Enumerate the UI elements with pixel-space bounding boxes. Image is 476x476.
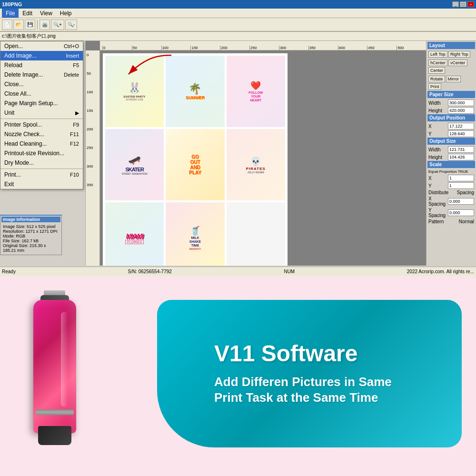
original-size-row: Original Size: 215.30 x 185.21 mm — [3, 243, 59, 253]
maximize-button[interactable]: □ — [460, 1, 466, 7]
image-info-panel: Image Information Image Size: 512 x 525 … — [0, 215, 62, 255]
image-info-content: Image Size: 512 x 525 pixel Resolution: … — [1, 223, 60, 254]
menu-nozzle-shortcut: F11 — [70, 131, 79, 137]
scale-x-label: X — [428, 176, 432, 181]
toolbar-new[interactable]: 📄 — [2, 20, 12, 30]
minimize-button[interactable]: _ — [452, 1, 459, 7]
close-button[interactable]: × — [467, 1, 474, 7]
file-size-row: File Size: 162.7 kB — [3, 238, 59, 243]
menu-head-cleaning[interactable]: Head Cleaning... F12 — [0, 139, 83, 149]
layout-right-top[interactable]: Right Top — [448, 51, 470, 58]
toolbar-open[interactable]: 📂 — [13, 20, 24, 30]
canvas-area: 0 50 100 150 200 250 300 350 400 450 500… — [86, 41, 426, 266]
menu-dry-mode[interactable]: Dry Mode... — [0, 158, 83, 168]
size-width-label: Width — [428, 147, 441, 152]
toolbar-save[interactable]: 💾 — [25, 20, 35, 30]
menu-printer-spool[interactable]: Printer Spool... F9 — [0, 120, 83, 129]
paper-height-row: Height — [427, 107, 475, 114]
equal-prop-label: Equal Proportion TRUE — [428, 169, 468, 174]
file-dropdown-menu: Open... Ctrl+O Add Image... Insert Reloa… — [0, 41, 83, 189]
menu-exit[interactable]: Exit — [0, 179, 83, 189]
layout-center[interactable]: Center — [428, 67, 445, 74]
status-bar-bottom: Ready S/N: 06256554-7792 NUM 2022 Acrori… — [0, 267, 476, 276]
output-size-title: Output Size — [427, 138, 475, 145]
canvas-image-miami[interactable]: MIAMI FLORIDA — [105, 202, 164, 266]
scale-x-row: X — [427, 174, 475, 182]
menu-view[interactable]: View — [36, 9, 56, 18]
spacing-label: Spacing — [457, 190, 474, 195]
canvas-image-skater[interactable]: 🛹 SKATER STREET GENERATION — [105, 129, 164, 200]
layout-mirror[interactable]: Mirror — [446, 76, 461, 82]
y-spacing-input[interactable] — [448, 209, 474, 216]
menu-help[interactable]: Help — [56, 9, 76, 18]
pattern-value: Normal — [459, 219, 474, 224]
menu-nozzle-check-label: Nozzle Check... — [4, 131, 44, 138]
output-x-input[interactable] — [448, 123, 474, 129]
menu-add-image[interactable]: Add Image... Insert — [0, 51, 83, 60]
menu-close-all-label: Close All... — [4, 90, 31, 97]
pattern-row: Pattern Normal — [427, 218, 475, 225]
canvas-image-milkshake[interactable]: 🥤 MILKSHAKETIME NOOO!!! — [166, 202, 224, 266]
layout-hcenter[interactable]: hCenter — [428, 60, 447, 66]
menu-unit-label: Unit — [4, 109, 14, 116]
canvas-image-easter[interactable]: 🐰 EASTER PARTYDJ MUSIC LIVE — [105, 56, 164, 127]
menu-unit[interactable]: Unit ▶ — [0, 108, 83, 118]
file-size-val: 162.7 kB — [22, 238, 39, 243]
menu-printout-revision[interactable]: Printout-size Revision... — [0, 149, 83, 158]
menu-edit[interactable]: Edit — [19, 9, 36, 18]
layout-vcenter[interactable]: vCenter — [448, 60, 467, 66]
status-ready: Ready — [2, 269, 16, 274]
layout-rotate[interactable]: Rotate — [428, 76, 445, 82]
menu-bar: File Edit View Help — [0, 9, 476, 18]
menu-reload[interactable]: Reload F5 — [0, 60, 83, 70]
menu-printer-spool-shortcut: F9 — [73, 122, 79, 128]
separator-2 — [0, 169, 83, 169]
canvas-image-summer[interactable]: 🌴 SUMMER — [166, 56, 224, 127]
paper-size-title: Paper Size — [427, 91, 475, 98]
paper-width-input[interactable] — [448, 99, 474, 106]
output-y-row: Y — [427, 130, 475, 138]
print-canvas: 🐰 EASTER PARTYDJ MUSIC LIVE 🌴 SUMMER ❤️ — [102, 53, 288, 266]
paper-width-label: Width — [428, 100, 441, 106]
toolbar-zoom-out[interactable]: 🔍- — [65, 20, 77, 30]
menu-close[interactable]: Close... — [0, 79, 83, 89]
menu-page-margin[interactable]: Page Margin Setup... — [0, 99, 83, 108]
size-height-row: Height — [427, 153, 475, 161]
menu-close-all[interactable]: Close All... — [0, 89, 83, 99]
paper-height-input[interactable] — [448, 107, 474, 114]
right-panel: Layout Left Top Right Top hCenter vCente… — [426, 41, 476, 266]
ruler-ticks-h: 0 50 100 150 200 250 300 350 400 450 500 — [100, 41, 426, 50]
marketing-section: V11 Software Add Differen Pictures in Sa… — [0, 276, 476, 476]
scale-title: Scale — [427, 161, 475, 168]
resolution-val: 1271 x 1271 DPI — [26, 229, 58, 234]
canvas-image-go-out[interactable]: GOOUTANDPLAY — [166, 129, 224, 200]
scale-y-input[interactable] — [448, 182, 474, 189]
menu-file[interactable]: File — [2, 9, 19, 18]
menu-nozzle-check[interactable]: Nozzle Check... F11 — [0, 129, 83, 139]
original-size-val: 215.30 x 185.21 mm — [3, 243, 46, 253]
output-x-label: X — [428, 124, 432, 129]
size-height-label: Height — [428, 155, 442, 160]
menu-open[interactable]: Open... Ctrl+O — [0, 41, 83, 51]
app-title: 180PNG — [2, 1, 22, 7]
size-width-input[interactable] — [448, 146, 474, 153]
toolbar-print[interactable]: 🖨️ — [40, 20, 50, 30]
menu-delete-image-label: Delete Image... — [4, 71, 43, 78]
x-spacing-input[interactable] — [448, 198, 474, 205]
canvas-image-pirates[interactable]: 💀 PIRATES JOLLY ROGER — [227, 129, 285, 200]
menu-print[interactable]: Print... F10 — [0, 170, 83, 179]
toolbar-zoom-in[interactable]: 🔍+ — [51, 20, 64, 30]
status-bar-top: c:\图片收集包\客户口.png — [0, 31, 476, 41]
scale-x-input[interactable] — [448, 175, 474, 181]
output-y-input[interactable] — [448, 130, 474, 137]
layout-left-top[interactable]: Left Top — [428, 51, 447, 58]
menu-printer-spool-label: Printer Spool... — [4, 121, 42, 128]
canvas-image-follow-heart[interactable]: ❤️ FOLLOWYOURHEART — [227, 56, 285, 127]
paper-width-row: Width — [427, 99, 475, 107]
image-grid: 🐰 EASTER PARTYDJ MUSIC LIVE 🌴 SUMMER ❤️ — [103, 53, 288, 266]
menu-delete-image[interactable]: Delete Image... Delete — [0, 70, 83, 79]
output-x-row: X — [427, 122, 475, 130]
size-height-input[interactable] — [448, 154, 474, 160]
layout-print[interactable]: Print — [428, 83, 441, 90]
file-path: c:\图片收集包\客户口.png — [2, 33, 56, 40]
